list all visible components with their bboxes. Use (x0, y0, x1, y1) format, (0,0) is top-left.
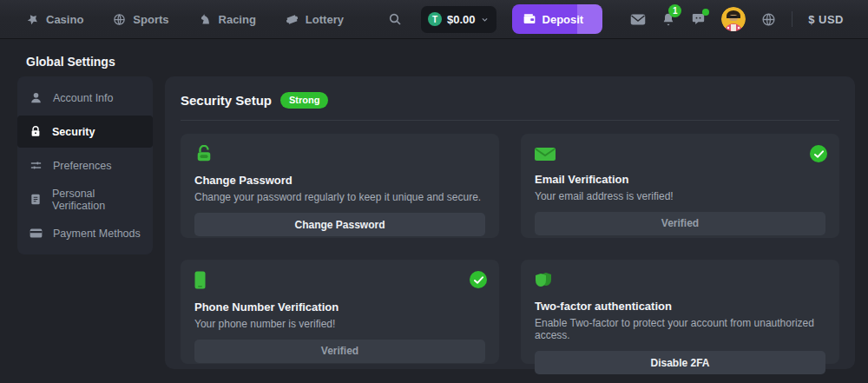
sidebar-item-account-info[interactable]: Account Info (17, 82, 153, 114)
two-factor-card: Two-factor authentication Enable Two-fac… (521, 260, 839, 364)
card-description: Your email address is verified! (535, 190, 825, 202)
card-title: Change Password (194, 174, 485, 187)
search-icon[interactable] (385, 9, 405, 30)
header-right-controls: T $0.00 Deposit 1 (385, 4, 844, 34)
wallet-balance-dropdown[interactable]: T $0.00 (421, 6, 496, 33)
green-envelope-icon (535, 145, 556, 162)
sports-icon (113, 13, 126, 26)
top-navigation-bar: Casino Sports Racing Lottery T $0.00 (0, 0, 868, 39)
panel-header: Security Setup Strong (181, 92, 839, 109)
chat-status-dot (702, 9, 709, 16)
card-title: Phone Number Verification (194, 300, 485, 314)
notifications-bell-icon[interactable]: 1 (661, 12, 675, 27)
two-factor-shields-icon (535, 271, 554, 288)
nav-item-casino[interactable]: Casino (26, 13, 83, 26)
nav-label: Lottery (306, 13, 344, 26)
nav-label: Racing (219, 13, 256, 26)
sidebar-item-label: Payment Methods (53, 228, 141, 240)
sidebar-item-label: Security (52, 126, 95, 138)
mail-icon[interactable] (630, 13, 646, 26)
casino-icon (26, 13, 39, 26)
card-description: Enable Two-factor to protect your accoun… (535, 317, 825, 341)
nav-item-sports[interactable]: Sports (113, 13, 168, 26)
card-description: Change your password regularly to keep i… (194, 191, 485, 203)
primary-nav: Casino Sports Racing Lottery (26, 13, 344, 26)
sidebar-item-label: Preferences (53, 160, 111, 172)
person-icon (30, 91, 43, 104)
phone-verified-button[interactable]: Verified (194, 340, 485, 363)
page-title: Global Settings (26, 55, 115, 69)
lottery-icon (286, 13, 299, 26)
change-password-button[interactable]: Change Password (194, 213, 485, 236)
panel-divider (181, 120, 839, 121)
credit-card-icon (30, 228, 43, 239)
sidebar-item-personal-verification[interactable]: Personal Verification (17, 183, 153, 215)
card-title: Email Verification (535, 173, 825, 186)
nav-label: Casino (46, 13, 83, 26)
sidebar-item-security[interactable]: Security (17, 116, 153, 148)
chat-icon[interactable] (691, 12, 706, 26)
disable-2fa-button[interactable]: Disable 2FA (535, 351, 825, 374)
racing-icon (199, 13, 212, 26)
sliders-icon (30, 159, 43, 172)
security-settings-panel: Security Setup Strong Change Password Ch… (165, 76, 855, 369)
security-cards-grid: Change Password Change your password reg… (181, 134, 839, 364)
verified-check-icon (470, 271, 487, 288)
deposit-label: Deposit (542, 13, 584, 26)
change-password-card: Change Password Change your password reg… (181, 134, 499, 238)
panel-title: Security Setup (181, 93, 272, 108)
sidebar-item-label: Personal Verification (52, 188, 141, 212)
email-verification-card: Email Verification Your email address is… (521, 134, 839, 238)
user-avatar[interactable] (721, 7, 746, 31)
tether-coin-icon: T (428, 12, 442, 26)
header-divider (792, 11, 792, 27)
language-globe-icon[interactable] (761, 12, 776, 27)
green-padlock-icon (194, 145, 214, 162)
verified-check-icon (810, 145, 827, 162)
wallet-icon (523, 13, 536, 25)
sidebar-item-label: Account Info (53, 92, 114, 104)
currency-selector[interactable]: $ USD (808, 13, 844, 26)
nav-label: Sports (133, 13, 168, 26)
balance-amount: $0.00 (447, 13, 476, 26)
password-strength-badge: Strong (280, 92, 328, 109)
lock-icon (30, 125, 42, 138)
nav-item-lottery[interactable]: Lottery (286, 13, 344, 26)
email-verified-button[interactable]: Verified (535, 212, 825, 235)
sidebar-item-preferences[interactable]: Preferences (17, 149, 153, 182)
nav-item-racing[interactable]: Racing (199, 13, 256, 26)
sidebar-item-payment-methods[interactable]: Payment Methods (17, 217, 153, 249)
card-description: Your phone number is verified! (194, 318, 485, 330)
phone-verification-card: Phone Number Verification Your phone num… (181, 260, 499, 364)
notification-count-badge: 1 (668, 4, 681, 17)
document-icon (30, 193, 42, 206)
green-phone-icon (194, 271, 206, 288)
settings-sidebar: Account Info Security Preferences Person… (17, 76, 153, 254)
card-title: Two-factor authentication (535, 300, 825, 313)
chevron-down-icon (481, 16, 489, 23)
deposit-button[interactable]: Deposit (512, 4, 603, 34)
